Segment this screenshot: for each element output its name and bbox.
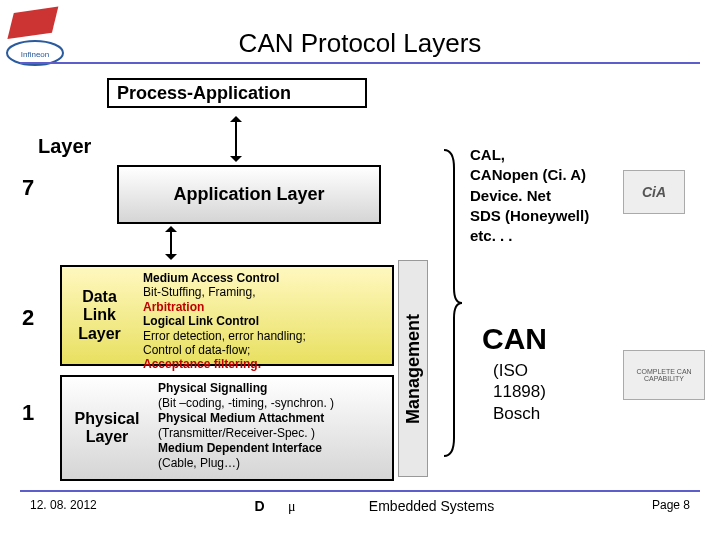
example-cal: CAL,: [470, 145, 589, 165]
title-underline: [20, 62, 700, 64]
llc-text: Control of data-flow;: [143, 343, 386, 357]
mac-text: Bit-Stuffing, Framing,: [143, 285, 386, 299]
cia-logo: CiA: [623, 170, 685, 214]
management-sidebar: Management: [398, 260, 428, 477]
slide-title: CAN Protocol Layers: [0, 28, 720, 59]
bracket-icon: [442, 148, 458, 458]
example-sds: SDS (Honeywell): [470, 206, 589, 226]
physical-layer-box: Physical Layer Physical Signalling (Bit …: [60, 375, 394, 481]
footer-mu: μ: [288, 499, 296, 514]
footer-date: 12. 08. 2012: [30, 498, 97, 515]
arbitration-text: Arbitration: [143, 300, 386, 314]
application-layer-box: Application Layer: [117, 165, 381, 224]
llc-text: Error detection, error handling;: [143, 329, 386, 343]
layer-column-header: Layer: [38, 135, 91, 158]
dll-name: Link: [83, 306, 116, 324]
llc-header: Logical Link Control: [143, 314, 259, 328]
data-link-layer-box: Data Link Layer Medium Access Control Bi…: [60, 265, 394, 366]
footer-d: D: [255, 498, 265, 514]
footer-divider: [20, 490, 700, 492]
application-layer-examples: CAL, CANopen (Ci. A) Device. Net SDS (Ho…: [470, 145, 589, 246]
dll-name: Data: [82, 288, 117, 306]
layer-number-7: 7: [22, 175, 34, 201]
footer-embedded: Embedded Systems: [369, 498, 494, 514]
can-subtitle: (ISO 11898) Bosch: [493, 360, 546, 424]
arrow-process-to-app: [235, 120, 237, 158]
mac-header: Medium Access Control: [143, 271, 279, 285]
layer-number-2: 2: [22, 305, 34, 331]
mdi-header: Medium Dependent Interface: [158, 441, 322, 455]
slide-footer: 12. 08. 2012 D μ Embedded Systems Page 8: [0, 498, 720, 515]
phy-name: Layer: [86, 428, 129, 446]
pma-header: Physical Medium Attachment: [158, 411, 324, 425]
phy-name: Physical: [75, 410, 140, 428]
layer-number-1: 1: [22, 400, 34, 426]
can-title: CAN: [482, 322, 547, 356]
ps-text: (Bit –coding, -timing, -synchron. ): [158, 396, 386, 411]
pma-text: (Transmitter/Receiver-Spec. ): [158, 426, 386, 441]
arrow-app-to-dll: [170, 230, 172, 256]
footer-page: Page 8: [652, 498, 690, 515]
ps-header: Physical Signalling: [158, 381, 267, 395]
example-etc: etc. . .: [470, 226, 589, 246]
mdi-text: (Cable, Plug…): [158, 456, 386, 471]
complete-can-capability-logo: COMPLETE CAN CAPABILITY: [623, 350, 705, 400]
dll-name: Layer: [78, 325, 121, 343]
example-canopen: CANopen (Ci. A): [470, 165, 589, 185]
example-devicenet: Device. Net: [470, 186, 589, 206]
process-application-box: Process-Application: [107, 78, 367, 108]
acceptance-filtering-text: Acceptance filtering.: [143, 357, 386, 371]
